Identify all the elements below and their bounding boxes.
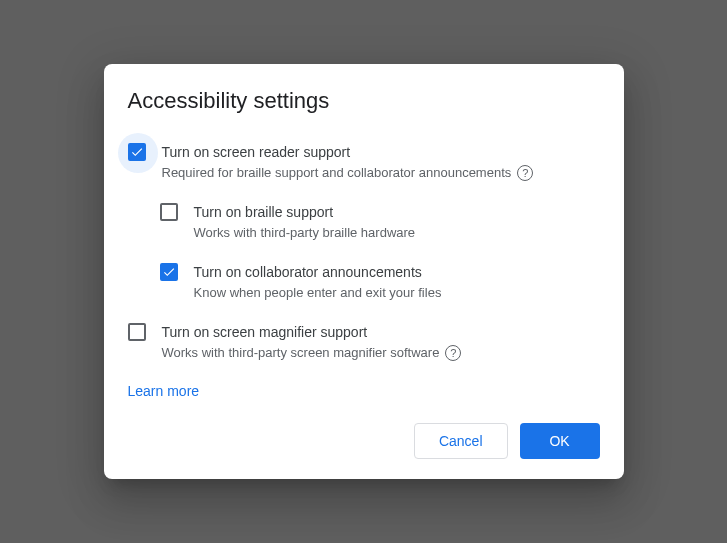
dialog-actions: Cancel OK <box>128 423 600 459</box>
label-text: Turn on collaborator announcements <box>194 262 422 282</box>
option-label: Turn on screen magnifier support <box>162 322 600 342</box>
option-label: Turn on screen reader support <box>162 142 600 162</box>
dialog-title: Accessibility settings <box>128 88 600 114</box>
checkbox-wrap <box>160 263 180 283</box>
option-magnifier: Turn on screen magnifier support Works w… <box>128 322 600 362</box>
checkmark-icon <box>130 145 144 159</box>
option-text: Turn on screen reader support Required f… <box>162 142 600 182</box>
magnifier-checkbox[interactable] <box>128 323 146 341</box>
ok-button[interactable]: OK <box>520 423 600 459</box>
option-braille: Turn on braille support Works with third… <box>160 202 600 242</box>
option-screen-reader: Turn on screen reader support Required f… <box>128 142 600 182</box>
label-text: Turn on screen reader support <box>162 142 351 162</box>
desc-text: Works with third-party screen magnifier … <box>162 344 440 362</box>
option-text: Turn on collaborator announcements Know … <box>194 262 600 302</box>
checkbox-wrap <box>128 143 148 163</box>
help-icon[interactable]: ? <box>445 345 461 361</box>
option-desc: Works with third-party screen magnifier … <box>162 344 600 362</box>
desc-text: Required for braille support and collabo… <box>162 164 512 182</box>
option-label: Turn on collaborator announcements <box>194 262 600 282</box>
learn-more-link[interactable]: Learn more <box>128 383 200 399</box>
desc-text: Works with third-party braille hardware <box>194 224 416 242</box>
checkmark-icon <box>162 265 176 279</box>
desc-text: Know when people enter and exit your fil… <box>194 284 442 302</box>
screen-reader-checkbox[interactable] <box>128 143 146 161</box>
label-text: Turn on braille support <box>194 202 334 222</box>
braille-checkbox[interactable] <box>160 203 178 221</box>
option-text: Turn on braille support Works with third… <box>194 202 600 242</box>
checkbox-wrap <box>160 203 180 223</box>
option-collaborator: Turn on collaborator announcements Know … <box>160 262 600 302</box>
checkbox-wrap <box>128 323 148 343</box>
option-desc: Know when people enter and exit your fil… <box>194 284 600 302</box>
option-desc: Works with third-party braille hardware <box>194 224 600 242</box>
cancel-button[interactable]: Cancel <box>414 423 508 459</box>
help-icon[interactable]: ? <box>517 165 533 181</box>
label-text: Turn on screen magnifier support <box>162 322 368 342</box>
option-text: Turn on screen magnifier support Works w… <box>162 322 600 362</box>
option-label: Turn on braille support <box>194 202 600 222</box>
collaborator-checkbox[interactable] <box>160 263 178 281</box>
option-desc: Required for braille support and collabo… <box>162 164 600 182</box>
accessibility-settings-dialog: Accessibility settings Turn on screen re… <box>104 64 624 479</box>
